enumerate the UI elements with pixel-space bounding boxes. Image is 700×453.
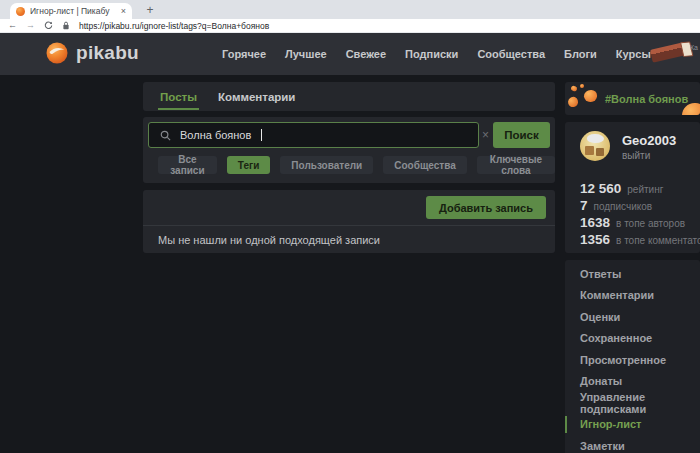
tab-title: Игнор-лист | Пикабу [30, 6, 116, 16]
main-content: Посты Комментарии Волна боянов × Поиск В… [143, 82, 555, 253]
search-button[interactable]: Поиск [493, 122, 550, 148]
filter-tags[interactable]: Теги [227, 156, 270, 174]
logo-text: pikabu [76, 42, 139, 64]
sidebar-item-notes[interactable]: Заметки [565, 435, 700, 453]
content-tabs-card: Посты Комментарии [143, 82, 555, 111]
site-nav: Горячее Лучшее Свежее Подписки Сообществ… [222, 33, 651, 75]
tag-label[interactable]: #Волна боянов [605, 82, 688, 115]
orange-piece-icon [584, 90, 597, 102]
nav-item-subscriptions[interactable]: Подписки [405, 48, 458, 60]
nav-item-best[interactable]: Лучшее [285, 48, 327, 60]
nav-item-hot[interactable]: Горячее [222, 48, 266, 60]
logout-link[interactable]: выйти [622, 150, 650, 161]
new-tab-button[interactable]: + [142, 2, 158, 18]
forward-icon[interactable]: → [26, 21, 35, 30]
lock-icon[interactable] [62, 21, 70, 30]
browser-tab[interactable]: Игнор-лист | Пикабу × [10, 3, 132, 19]
filter-all-posts[interactable]: Все записи [158, 156, 217, 174]
sidebar-item-manage-subscriptions[interactable]: Управление подписками [565, 392, 700, 414]
active-item-indicator [565, 416, 567, 434]
search-icon [160, 130, 171, 141]
filter-keywords[interactable]: Ключевые слова [477, 156, 555, 174]
sidebar-item-comments[interactable]: Комментарии [565, 285, 700, 307]
search-card: Волна боянов × Поиск Все записи Теги Пол… [143, 117, 555, 183]
reload-icon[interactable] [44, 21, 53, 30]
ad-text-fragment: Ка [690, 44, 700, 51]
filter-communities[interactable]: Сообщества [383, 156, 467, 174]
orange-piece-icon [570, 85, 577, 92]
stat-rating: 12 560 рейтинг [580, 181, 700, 198]
sidebar-menu: Ответы Комментарии Оценки Сохраненное Пр… [565, 260, 700, 453]
sidebar: #Волна боянов Geo2003 выйти 12 560 рейти… [565, 82, 700, 453]
text-caret [261, 129, 262, 141]
site-header: pikabu Горячее Лучшее Свежее Подписки Со… [0, 33, 700, 75]
sidebar-item-ratings[interactable]: Оценки [565, 306, 700, 328]
results-card: Добавить запись Мы не нашли ни одной под… [143, 190, 555, 253]
search-input[interactable]: Волна боянов [148, 122, 479, 148]
nav-item-blogs[interactable]: Блоги [564, 48, 597, 60]
avatar[interactable] [580, 131, 610, 161]
add-entry-row: Добавить запись [143, 190, 555, 226]
sidebar-item-viewed[interactable]: Просмотренное [565, 349, 700, 371]
add-entry-button[interactable]: Добавить запись [426, 196, 546, 219]
orange-piece-icon [567, 96, 579, 108]
sidebar-item-saved[interactable]: Сохраненное [565, 328, 700, 350]
ad-banner[interactable]: Ка [645, 33, 700, 75]
nav-item-communities[interactable]: Сообщества [477, 48, 545, 60]
clear-search-icon[interactable]: × [482, 117, 489, 153]
tag-card[interactable]: #Волна боянов [565, 82, 700, 115]
empty-results-message: Мы не нашли ни одной подходящей записи [143, 226, 555, 253]
stat-top-authors: 1638 в топе авторов [580, 215, 700, 232]
orange-piece-icon [580, 84, 584, 88]
search-filters: Все записи Теги Пользователи Сообщества … [158, 156, 555, 174]
pikabu-favicon-icon [16, 7, 25, 16]
search-value: Волна боянов [180, 129, 251, 141]
ad-chocolate-bar-image [650, 42, 686, 62]
close-tab-icon[interactable]: × [121, 7, 126, 16]
pikabu-logo-icon [45, 41, 69, 65]
stat-subscribers: 7 подписчиков [580, 198, 700, 215]
browser-address-bar: ← → https://pikabu.ru/ignore-list/tags?q… [0, 19, 700, 33]
tab-comments[interactable]: Комментарии [218, 82, 295, 111]
filter-users[interactable]: Пользователи [280, 156, 373, 174]
username[interactable]: Geo2003 [622, 133, 676, 148]
stat-top-commenters: 1356 в топе комментаторов [580, 232, 700, 249]
browser-tab-strip: Игнор-лист | Пикабу × + [0, 0, 700, 19]
tab-posts[interactable]: Посты [160, 82, 197, 111]
sidebar-item-donations[interactable]: Донаты [565, 371, 700, 393]
sidebar-item-answers[interactable]: Ответы [565, 263, 700, 285]
pikabu-logo[interactable]: pikabu [45, 41, 139, 65]
profile-stats: 12 560 рейтинг 7 подписчиков 1638 в топе… [580, 181, 700, 249]
sidebar-item-ignore-list[interactable]: Игнор-лист [565, 414, 700, 436]
url-text[interactable]: https://pikabu.ru/ignore-list/tags?q=Вол… [79, 21, 269, 31]
nav-item-fresh[interactable]: Свежее [346, 48, 386, 60]
pikabu-page: pikabu Горячее Лучшее Свежее Подписки Со… [0, 33, 700, 453]
back-icon[interactable]: ← [8, 21, 17, 30]
profile-card: Geo2003 выйти 12 560 рейтинг 7 подписчик… [565, 122, 700, 253]
